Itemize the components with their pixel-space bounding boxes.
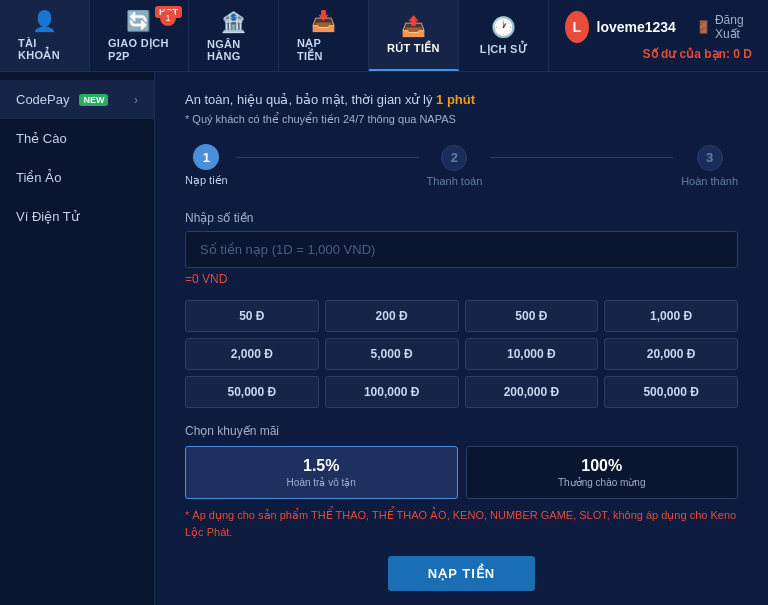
nav-tai-khoan-label: TÀI KHOẢN — [18, 37, 71, 62]
amount-button[interactable]: 10,000 Đ — [465, 338, 599, 370]
chevron-right-icon: › — [134, 93, 138, 107]
step-1: 1 Nạp tiền — [185, 144, 228, 187]
logout-button[interactable]: 🚪 Đăng Xuất — [696, 13, 752, 41]
notification-dot: 1 — [160, 10, 176, 26]
tai-khoan-icon: 👤 — [32, 9, 57, 33]
user-info: L loveme1234 🚪 Đăng Xuất — [565, 11, 752, 43]
nav-lich-su-label: LỊCH SỬ — [480, 43, 527, 56]
the-cao-label: Thẻ Cào — [16, 131, 67, 146]
nav-ngan-hang[interactable]: 🏦 NGÂN HÀNG — [189, 0, 279, 71]
nav-ngan-hang-label: NGÂN HÀNG — [207, 38, 260, 62]
amount-button[interactable]: 50,000 Đ — [185, 376, 319, 408]
tien-ao-label: Tiền Ảo — [16, 170, 61, 185]
amount-input[interactable] — [185, 231, 738, 268]
security-note: An toàn, hiệu quả, bảo mật, thời gian xử… — [185, 92, 738, 107]
amount-button[interactable]: 2,000 Đ — [185, 338, 319, 370]
amount-button[interactable]: 500 Đ — [465, 300, 599, 332]
step-line-1 — [236, 157, 419, 158]
nap-tien-icon: 📥 — [311, 9, 336, 33]
nav-giao-dich-p2p-label: GIAO DỊCH P2P — [108, 37, 170, 62]
promo-grid: 1.5% Hoàn trả vô tận 100% Thưởng chào mừ… — [185, 446, 738, 499]
codepay-label: CodePay — [16, 92, 69, 107]
submit-nap-tien-button[interactable]: NẠP TIỀN — [388, 556, 535, 591]
steps: 1 Nạp tiền 2 Thanh toán 3 Hoàn thành — [185, 144, 738, 187]
amount-button[interactable]: 200,000 Đ — [465, 376, 599, 408]
nav-giao-dich-p2p[interactable]: HOT 1 🔄 GIAO DỊCH P2P — [90, 0, 189, 71]
amount-button[interactable]: 200 Đ — [325, 300, 459, 332]
promo-label: Chọn khuyến mãi — [185, 424, 738, 438]
logout-icon: 🚪 — [696, 20, 711, 34]
security-highlight: 1 phút — [436, 92, 475, 107]
nav-rut-tien[interactable]: 📤 RÚT TIỀN — [369, 0, 459, 71]
sidebar-item-tien-ao[interactable]: Tiền Ảo — [0, 158, 154, 197]
content-area: An toàn, hiệu quả, bảo mật, thời gian xử… — [155, 72, 768, 605]
sidebar-item-vi-dien-tu[interactable]: Ví Điện Tử — [0, 197, 154, 236]
sidebar: CodePay NEW › Thẻ Cào Tiền Ảo Ví Điện Tử — [0, 72, 155, 605]
step-3-circle: 3 — [697, 145, 723, 171]
step-2-circle: 2 — [441, 145, 467, 171]
promo-2-button[interactable]: 100% Thưởng chào mừng — [466, 446, 739, 499]
amount-button[interactable]: 20,000 Đ — [604, 338, 738, 370]
napas-note: * Quý khách có thể chuyển tiền 24/7 thôn… — [185, 113, 738, 126]
balance-value: 0 D — [733, 47, 752, 61]
nav-tai-khoan[interactable]: 👤 TÀI KHOẢN — [0, 0, 90, 71]
promo-2-percent: 100% — [475, 457, 730, 475]
main-layout: CodePay NEW › Thẻ Cào Tiền Ảo Ví Điện Tử… — [0, 72, 768, 605]
avatar: L — [565, 11, 589, 43]
balance-info: Số dư của bạn: 0 D — [643, 47, 752, 61]
amount-vnd: =0 VND — [185, 272, 738, 286]
nav-lich-su[interactable]: 🕐 LỊCH SỬ — [459, 0, 549, 71]
sidebar-item-the-cao[interactable]: Thẻ Cào — [0, 119, 154, 158]
promo-2-desc: Thưởng chào mừng — [475, 477, 730, 488]
amount-label: Nhập số tiền — [185, 211, 738, 225]
lich-su-icon: 🕐 — [491, 15, 516, 39]
step-1-label: Nạp tiền — [185, 174, 228, 187]
vi-dien-tu-label: Ví Điện Tử — [16, 209, 79, 224]
promo-1-desc: Hoàn trả vô tận — [194, 477, 449, 488]
amount-button[interactable]: 100,000 Đ — [325, 376, 459, 408]
nav-nap-tien-label: NẠP TIỀN — [297, 37, 350, 63]
amount-button[interactable]: 5,000 Đ — [325, 338, 459, 370]
sidebar-item-codepay[interactable]: CodePay NEW › — [0, 80, 154, 119]
step-2-label: Thanh toán — [427, 175, 483, 187]
nav-rut-tien-label: RÚT TIỀN — [387, 42, 440, 55]
username: loveme1234 — [597, 19, 676, 35]
amount-button[interactable]: 500,000 Đ — [604, 376, 738, 408]
amount-button[interactable]: 1,000 Đ — [604, 300, 738, 332]
nav-nap-tien[interactable]: 📥 NẠP TIỀN — [279, 0, 369, 71]
new-badge: NEW — [79, 94, 108, 106]
step-1-circle: 1 — [193, 144, 219, 170]
balance-label: Số dư của bạn: — [643, 47, 730, 61]
promo-1-button[interactable]: 1.5% Hoàn trả vô tận — [185, 446, 458, 499]
step-line-2 — [490, 157, 673, 158]
amount-buttons-grid: 50 Đ200 Đ500 Đ1,000 Đ2,000 Đ5,000 Đ10,00… — [185, 300, 738, 408]
rut-tien-icon: 📤 — [401, 14, 426, 38]
step-2: 2 Thanh toán — [427, 145, 483, 187]
logout-label: Đăng Xuất — [715, 13, 752, 41]
user-area: L loveme1234 🚪 Đăng Xuất Số dư của bạn: … — [549, 0, 768, 71]
ngan-hang-icon: 🏦 — [221, 10, 246, 34]
amount-button[interactable]: 50 Đ — [185, 300, 319, 332]
step-3: 3 Hoàn thành — [681, 145, 738, 187]
promo-note: * Áp dụng cho sản phẩm THỂ THAO, THỂ THA… — [185, 507, 738, 540]
step-3-label: Hoàn thành — [681, 175, 738, 187]
top-navigation: 👤 TÀI KHOẢN HOT 1 🔄 GIAO DỊCH P2P 🏦 NGÂN… — [0, 0, 768, 72]
promo-1-percent: 1.5% — [194, 457, 449, 475]
giao-dich-p2p-icon: 🔄 — [126, 9, 151, 33]
